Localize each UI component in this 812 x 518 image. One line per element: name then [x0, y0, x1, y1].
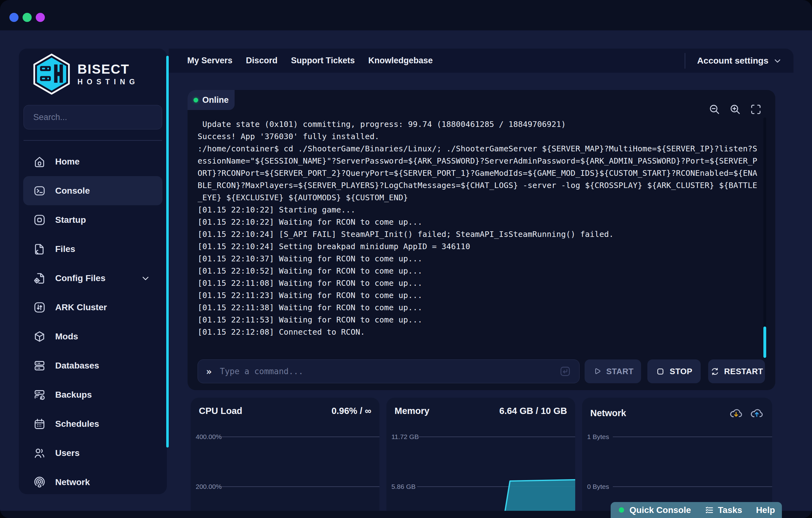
console-line: essionName="${SESSION_NAME}"?ServerPassw… [198, 155, 765, 167]
zoom-in-icon[interactable] [729, 103, 742, 116]
sidebar-item-config-files[interactable]: Config Files [23, 264, 163, 293]
top-navbar: My ServersDiscordSupport TicketsKnowledg… [169, 49, 793, 73]
card-header: Network [590, 406, 764, 420]
sidebar-item-console[interactable]: Console [23, 176, 163, 205]
sidebar-item-label: Console [55, 186, 90, 196]
window-control-purple-icon[interactable] [36, 13, 45, 22]
brand-text: BISECT HOSTING [78, 62, 139, 86]
start-button[interactable]: START [585, 360, 641, 383]
console-line: ORT}?RCONPort=${SERVER_PORT_2}?QueryPort… [198, 167, 765, 179]
help-button[interactable]: Help [756, 505, 775, 515]
backups-icon [33, 388, 46, 401]
gridline [222, 436, 379, 437]
tasks-button[interactable]: Tasks [705, 505, 742, 515]
console-output[interactable]: Update state (0x101) committing, progres… [198, 118, 765, 338]
nav-item-discord[interactable]: Discord [246, 56, 278, 65]
card-title: CPU Load [199, 406, 242, 416]
console-line: _EYE} ${EXCLUSIVE} ${AUTOMODS} ${CUSTOM_… [198, 191, 765, 204]
stop-button[interactable]: STOP [647, 360, 701, 383]
server-status-badge: Online [187, 90, 235, 110]
sidebar-item-schedules[interactable]: Schedules [23, 409, 163, 438]
console-scrollbar-track[interactable] [763, 118, 766, 359]
sidebar-item-label: Files [55, 244, 75, 254]
sidebar-scrollbar[interactable] [166, 56, 169, 448]
card-header: CPU Load0.96% / ∞ [199, 406, 371, 416]
cloud-upload-icon[interactable] [750, 406, 764, 420]
stat-card-network: 1 Bytes0 BytesNetwork [582, 398, 772, 518]
console-line: [01.15 22:11:53] Waiting for RCON to com… [198, 314, 765, 326]
card-value: 0.96% / ∞ [331, 406, 371, 416]
console-line: [01.15 22:10:37] Waiting for RCON to com… [198, 252, 765, 265]
sidebar-item-label: Startup [55, 215, 86, 225]
console-line: Update state (0x101) committing, progres… [198, 118, 765, 130]
nav-item-my-servers[interactable]: My Servers [187, 56, 232, 65]
gridline [222, 486, 379, 487]
stop-icon [656, 367, 665, 376]
chart-tick-label: 200.00% [196, 483, 222, 490]
account-settings-menu[interactable]: Account settings [685, 49, 782, 73]
search-input[interactable] [24, 113, 162, 122]
chart-tick-label: 0 Bytes [587, 483, 609, 490]
card-title: Memory [395, 406, 429, 416]
console-line: [01.15 22:10:22] Waiting for RCON to com… [198, 216, 765, 228]
sidebar-item-label: Schedules [55, 419, 99, 429]
account-settings-label: Account settings [697, 56, 768, 66]
button-label: STOP [670, 367, 692, 376]
console-line: [01.15 22:11:08] Waiting for RCON to com… [198, 277, 765, 289]
sidebar-item-home[interactable]: Home [23, 147, 163, 176]
nav-divider [685, 53, 685, 69]
console-scrollbar-thumb[interactable] [763, 327, 766, 358]
files-icon [33, 243, 46, 256]
enter-key-icon[interactable] [559, 365, 571, 377]
quick-console-label: Quick Console [630, 505, 691, 515]
chart-tick-label: 1 Bytes [587, 433, 609, 440]
stat-card-memory: 11.72 GB5.86 GBMemory6.64 GB / 10 GB [386, 398, 575, 518]
tasks-label: Tasks [718, 505, 742, 515]
startup-icon [33, 213, 46, 226]
status-label: Online [202, 95, 229, 105]
sidebar-item-startup[interactable]: Startup [23, 205, 163, 235]
chevron-down-icon [773, 56, 782, 65]
databases-icon [33, 359, 46, 372]
sidebar-item-files[interactable]: Files [23, 235, 163, 264]
window-control-blue-icon[interactable] [9, 13, 19, 22]
sidebar-item-network[interactable]: Network [23, 467, 163, 494]
sidebar-item-label: Home [55, 157, 80, 167]
console-line: [01.15 22:11:38] Waiting for RCON to com… [198, 301, 765, 314]
brand-subtitle: HOSTING [78, 78, 139, 86]
restart-icon [710, 367, 720, 376]
tasks-list-icon [705, 506, 714, 515]
cloud-download-icon[interactable] [729, 406, 743, 420]
status-dot-icon [619, 507, 624, 513]
card-value: 6.64 GB / 10 GB [499, 406, 567, 416]
console-line: [01.15 22:11:23] Waiting for RCON to com… [198, 289, 765, 301]
quick-access-bar: Quick Console Tasks Help [611, 502, 782, 518]
window-control-green-icon[interactable] [23, 13, 32, 22]
nav-item-support-tickets[interactable]: Support Tickets [291, 56, 355, 65]
nav-item-knowledgebase[interactable]: Knowledgebase [368, 56, 433, 65]
bisect-hexagon-logo-icon [32, 53, 71, 95]
home-icon [33, 155, 46, 168]
sidebar-item-databases[interactable]: Databases [23, 351, 163, 380]
sidebar-item-backups[interactable]: Backups [23, 380, 163, 409]
brand-title: BISECT [78, 62, 139, 77]
zoom-out-icon[interactable] [708, 103, 721, 116]
terminal-icon [33, 184, 46, 197]
sidebar-item-users[interactable]: Users [23, 438, 163, 467]
sidebar-item-mods[interactable]: Mods [23, 322, 163, 351]
users-icon [33, 447, 46, 460]
fullscreen-icon[interactable] [750, 103, 762, 116]
restart-button[interactable]: RESTART [708, 360, 765, 383]
chart-tick-label: 400.00% [196, 433, 222, 440]
command-input[interactable] [219, 366, 552, 376]
sidebar-item-label: Mods [55, 332, 78, 342]
app-window: BISECT HOSTING HomeConsoleStartupFilesCo… [0, 0, 812, 518]
quick-console-button[interactable]: Quick Console [619, 505, 691, 515]
stat-card-cpu-load: 400.00%200.00%CPU Load0.96% / ∞ [191, 398, 379, 518]
sidebar-nav-list: HomeConsoleStartupFilesConfig FilesARK C… [19, 147, 167, 494]
prompt-icon: » [206, 366, 212, 377]
sidebar-item-ark-cluster[interactable]: ARK Cluster [23, 293, 163, 322]
sidebar-item-label: Databases [55, 361, 99, 371]
button-label: START [606, 367, 634, 376]
console-line: [01.15 22:10:24] Setting breakpad minidu… [198, 240, 765, 252]
